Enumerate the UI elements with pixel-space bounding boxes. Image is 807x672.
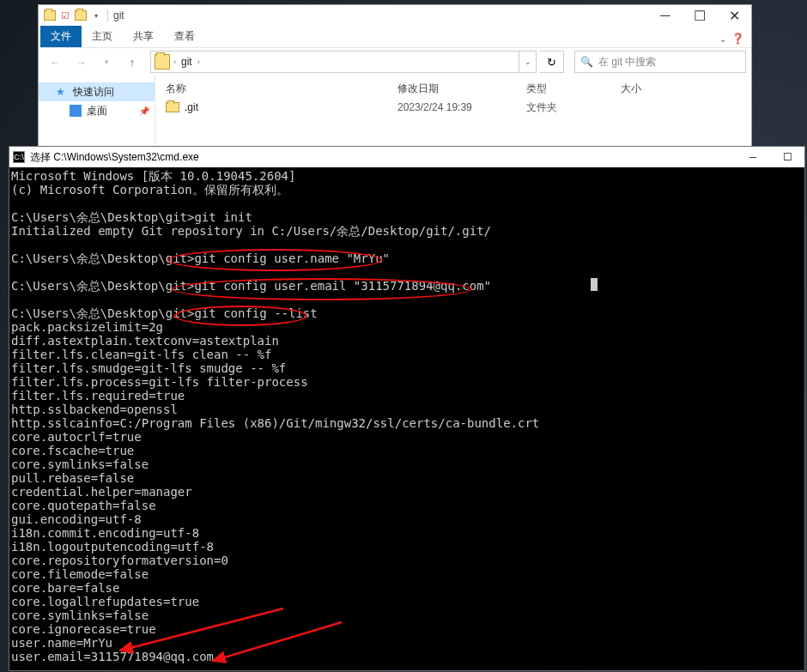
col-date[interactable]: 修改日期: [387, 82, 516, 96]
nav-desktop[interactable]: 桌面 📌: [39, 101, 155, 120]
col-name[interactable]: 名称: [155, 82, 387, 96]
tab-share[interactable]: 共享: [123, 26, 164, 47]
text-cursor: [591, 278, 598, 291]
nav-quick-access[interactable]: ★ 快速访问: [39, 82, 155, 101]
window-title: git: [113, 9, 124, 21]
explorer-titlebar[interactable]: ☑ ▾ git ─ ☐ ✕: [39, 5, 751, 26]
divider: [107, 9, 108, 21]
address-dropdown-icon[interactable]: ⌄: [519, 51, 536, 72]
col-size[interactable]: 大小: [610, 82, 679, 96]
search-icon: 🔍: [580, 56, 593, 68]
pin-icon: 📌: [139, 106, 149, 116]
ribbon-expand-icon[interactable]: ⌄: [719, 34, 726, 44]
cmd-window: C:\ 选择 C:\Windows\System32\cmd.exe ─ ☐ M…: [9, 146, 805, 671]
list-item[interactable]: .git 2023/2/24 19:39 文件夹: [155, 98, 751, 117]
nav-recent-dropdown[interactable]: ▾: [95, 51, 118, 73]
nav-label: 快速访问: [73, 85, 114, 100]
col-type[interactable]: 类型: [516, 82, 610, 96]
help-icon[interactable]: ❓: [731, 33, 744, 45]
address-bar[interactable]: › git › ⌄: [150, 51, 537, 73]
file-type: 文件夹: [516, 100, 610, 115]
explorer-ribbon: 文件 主页 共享 查看: [39, 26, 751, 48]
file-explorer-window: ☑ ▾ git ─ ☐ ✕ 文件 主页 共享 查看 ⌄ ❓ ← → ▾ ↑ › …: [38, 4, 752, 148]
explorer-nav-row: ← → ▾ ↑ › git › ⌄ ↻ 🔍 在 git 中搜索: [39, 48, 751, 76]
file-name: .git: [185, 101, 198, 113]
minimize-button[interactable]: ─: [648, 5, 683, 26]
nav-forward-button[interactable]: →: [70, 51, 92, 73]
explorer-nav-pane[interactable]: ★ 快速访问 桌面 📌: [39, 76, 155, 148]
maximize-button[interactable]: ☐: [770, 147, 804, 167]
tab-file[interactable]: 文件: [40, 26, 82, 47]
search-input[interactable]: 🔍 在 git 中搜索: [574, 51, 746, 73]
nav-back-button[interactable]: ←: [44, 51, 66, 73]
folder-icon: [44, 9, 56, 21]
cmd-output[interactable]: Microsoft Windows [版本 10.0.19045.2604] (…: [9, 167, 804, 665]
qat-dropdown-icon[interactable]: ▾: [90, 9, 102, 21]
qat-checkbox-icon[interactable]: ☑: [59, 9, 71, 21]
qat-folder-icon[interactable]: [75, 9, 87, 21]
nav-up-button[interactable]: ↑: [121, 51, 143, 73]
refresh-button[interactable]: ↻: [540, 51, 564, 73]
breadcrumb-segment[interactable]: git: [176, 56, 197, 68]
cmd-title: 选择 C:\Windows\System32\cmd.exe: [30, 150, 199, 165]
explorer-file-list[interactable]: 名称 修改日期 类型 大小 .git 2023/2/24 19:39 文件夹: [155, 76, 751, 148]
column-headers: 名称 修改日期 类型 大小: [155, 79, 751, 98]
nav-label: 桌面: [87, 104, 107, 118]
cmd-icon: C:\: [13, 151, 25, 163]
desktop-icon: [70, 105, 82, 117]
search-placeholder: 在 git 中搜索: [598, 55, 656, 70]
folder-icon: [166, 102, 179, 112]
tab-home[interactable]: 主页: [82, 26, 123, 47]
folder-icon: [155, 54, 170, 70]
chevron-right-icon[interactable]: ›: [197, 58, 200, 66]
tab-view[interactable]: 查看: [164, 26, 205, 47]
file-date: 2023/2/24 19:39: [387, 101, 516, 113]
star-icon: ★: [56, 86, 68, 98]
cmd-titlebar[interactable]: C:\ 选择 C:\Windows\System32\cmd.exe ─ ☐: [9, 147, 804, 167]
close-button[interactable]: ✕: [717, 5, 751, 26]
minimize-button[interactable]: ─: [736, 147, 770, 167]
ribbon-right-controls: ⌄ ❓: [714, 29, 744, 48]
maximize-button[interactable]: ☐: [683, 5, 717, 26]
